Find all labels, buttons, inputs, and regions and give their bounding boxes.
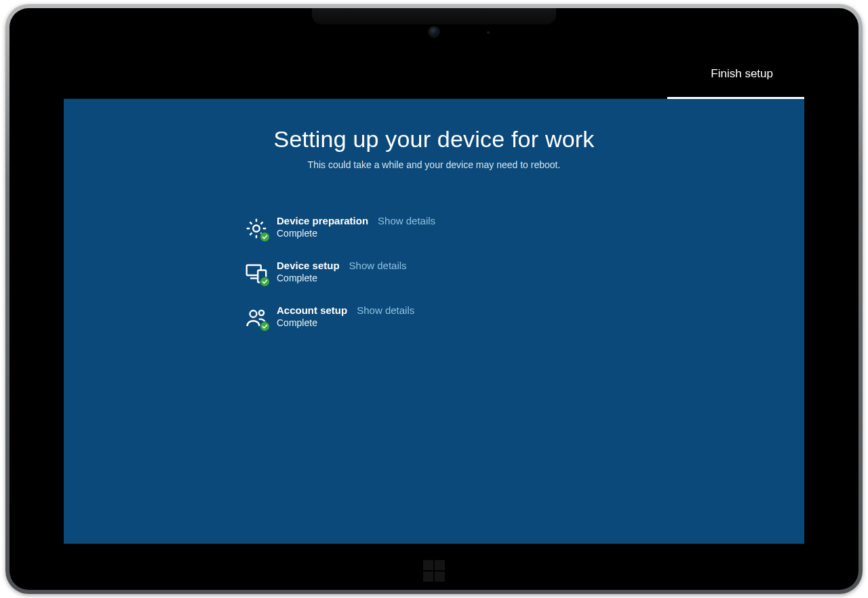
page-title: Setting up your device for work [64, 126, 804, 153]
device-screen: Finish setup Setting up your device for … [64, 52, 804, 544]
check-badge-icon [260, 277, 270, 287]
tab-finish-setup[interactable]: Finish setup [707, 67, 777, 83]
step-status: Complete [277, 317, 414, 328]
page-subtitle: This could take a while and your device … [64, 159, 804, 170]
devices-icon [244, 261, 269, 285]
step-title: Device preparation [277, 215, 368, 226]
show-details-link[interactable]: Show details [378, 215, 435, 226]
enrollment-panel: Setting up your device for work This cou… [64, 99, 804, 544]
tablet-bezel: Finish setup Setting up your device for … [9, 8, 859, 590]
people-icon [244, 306, 269, 330]
show-details-link[interactable]: Show details [357, 304, 414, 316]
step-device-preparation: Device preparation Show details Complete [244, 205, 624, 250]
step-status: Complete [277, 273, 407, 283]
show-details-link[interactable]: Show details [349, 260, 407, 271]
camera-icon [429, 27, 439, 37]
svg-point-3 [250, 311, 257, 317]
tablet-frame: Finish setup Setting up your device for … [5, 4, 863, 594]
step-device-setup: Device setup Show details Complete [244, 250, 624, 295]
step-title: Account setup [277, 304, 347, 316]
sensor-icon [487, 31, 490, 34]
svg-point-0 [253, 225, 260, 232]
svg-point-4 [259, 311, 264, 315]
check-badge-icon [260, 232, 270, 242]
oobe-header: Finish setup [64, 52, 804, 99]
tablet-top-bar [312, 8, 556, 24]
windows-logo-icon [423, 560, 445, 582]
step-title: Device setup [277, 260, 340, 271]
step-account-setup: Account setup Show details Complete [244, 295, 624, 340]
step-status: Complete [277, 228, 435, 239]
check-badge-icon [260, 321, 270, 332]
gear-icon [244, 216, 269, 241]
enrollment-steps: Device preparation Show details Complete [244, 205, 624, 340]
